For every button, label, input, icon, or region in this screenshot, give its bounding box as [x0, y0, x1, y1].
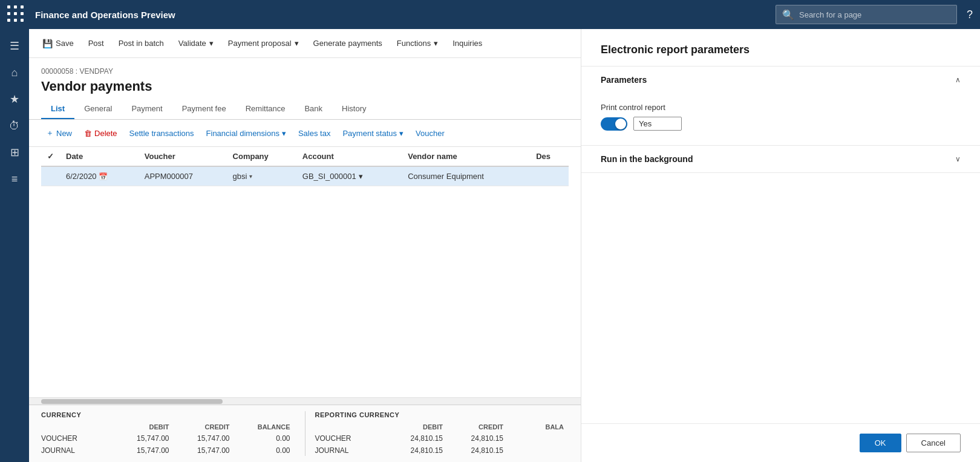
rep-journal-bala [508, 445, 569, 456]
col-vendor-name: Vendor name [402, 147, 530, 166]
sidebar-item-favorites[interactable]: ★ [2, 87, 27, 111]
payment-proposal-dropdown-icon: ▾ [295, 39, 299, 48]
col-check: ✓ [41, 147, 60, 166]
tab-payment[interactable]: Payment [122, 99, 172, 119]
search-bar[interactable]: 🔍 [776, 5, 957, 24]
run-background-title: Run in the background [601, 154, 693, 164]
panel-footer: OK Cancel [581, 423, 980, 462]
delete-button[interactable]: 🗑 Delete [79, 126, 122, 141]
print-control-toggle[interactable] [601, 117, 627, 131]
payment-status-dropdown-icon: ▾ [399, 129, 403, 138]
top-navigation: Finance and Operations Preview 🔍 ? [0, 0, 980, 29]
parameters-section-header[interactable]: Parameters ∧ [581, 67, 980, 93]
col-date: Date [60, 147, 139, 166]
col-company: Company [227, 147, 296, 166]
reporting-currency-section: REPORTING CURRENCY DEBIT CREDIT BALA VOU… [315, 411, 569, 456]
voucher-button[interactable]: Voucher [411, 126, 449, 141]
sidebar: ☰ ⌂ ★ ⏱ ⊞ ≡ [0, 29, 29, 462]
post-in-batch-button[interactable]: Post in batch [113, 35, 170, 51]
rep-credit-header: CREDIT [448, 422, 508, 432]
plus-icon: ＋ [46, 128, 54, 138]
validate-button[interactable]: Validate ▾ [172, 35, 220, 51]
toggle-row [601, 117, 961, 131]
sidebar-item-recent[interactable]: ⏱ [2, 114, 27, 138]
breadcrumb: 00000058 : VENDPAY [29, 58, 581, 79]
functions-button[interactable]: Functions ▾ [391, 35, 444, 51]
calendar-icon[interactable]: 📅 [99, 172, 108, 181]
help-icon[interactable]: ? [967, 8, 973, 21]
col-account: Account [296, 147, 402, 166]
sidebar-item-workspaces[interactable]: ⊞ [2, 140, 27, 164]
sales-tax-button[interactable]: Sales tax [293, 126, 335, 141]
row-account: GB_SI_000001 ▾ [296, 166, 402, 186]
inquiries-button[interactable]: Inquiries [446, 35, 488, 51]
payment-status-button[interactable]: Payment status ▾ [338, 126, 408, 141]
company-dropdown-icon[interactable]: ▾ [249, 173, 252, 180]
parameters-chevron-icon: ∧ [955, 76, 961, 84]
account-dropdown-icon[interactable]: ▾ [359, 172, 363, 181]
parameters-section-title: Parameters [601, 75, 647, 85]
summary-divider [305, 411, 305, 456]
generate-payments-button[interactable]: Generate payments [307, 35, 388, 51]
new-button[interactable]: ＋ New [41, 125, 77, 142]
row-description [530, 166, 569, 186]
save-icon: 💾 [42, 39, 53, 48]
sum-empty-header [41, 422, 114, 432]
right-panel: Electronic report parameters Parameters … [581, 29, 980, 462]
sidebar-item-modules[interactable]: ≡ [2, 167, 27, 191]
ok-button[interactable]: OK [860, 434, 901, 452]
search-input[interactable] [799, 10, 950, 19]
print-control-value-input[interactable] [633, 117, 682, 131]
app-title: Finance and Operations Preview [35, 10, 766, 20]
sum-debit-header: DEBIT [114, 422, 174, 432]
reporting-section-title: REPORTING CURRENCY [315, 411, 569, 418]
tab-payment-fee[interactable]: Payment fee [172, 99, 236, 119]
toggle-thumb [615, 119, 626, 129]
rep-journal-credit: 24,810.15 [448, 445, 508, 456]
post-button[interactable]: Post [82, 35, 110, 51]
horizontal-scrollbar[interactable] [29, 397, 581, 405]
table-toolbar: ＋ New 🗑 Delete Settle transactions Finan… [29, 120, 581, 147]
settle-transactions-button[interactable]: Settle transactions [125, 126, 199, 141]
tab-history[interactable]: History [332, 99, 376, 119]
row-voucher: APPM000007 [139, 166, 227, 186]
col-voucher: Voucher [139, 147, 227, 166]
parameters-section-body: Print control report [581, 93, 980, 145]
rep-voucher-credit: 24,810.15 [448, 433, 508, 444]
row-check[interactable] [41, 166, 60, 186]
run-background-header[interactable]: Run in the background ∨ [581, 146, 980, 172]
sum-voucher-debit: 15,747.00 [114, 433, 174, 444]
run-background-section: Run in the background ∨ [581, 146, 980, 173]
rep-empty-header [315, 422, 388, 432]
tab-bank[interactable]: Bank [295, 99, 332, 119]
scrollbar-thumb[interactable] [41, 399, 223, 404]
page-content: 00000058 : VENDPAY Vendor payments List … [29, 58, 581, 462]
table-row[interactable]: 6/2/2020 📅 APPM000007 gbsi ▾ [41, 166, 569, 186]
sidebar-item-menu[interactable]: ☰ [2, 34, 27, 58]
tab-remittance[interactable]: Remittance [236, 99, 295, 119]
delete-icon: 🗑 [84, 129, 92, 138]
sidebar-item-home[interactable]: ⌂ [2, 60, 27, 85]
sum-voucher-credit: 15,747.00 [174, 433, 235, 444]
data-table-wrap: ✓ Date Voucher Company Account Vendor na… [29, 147, 581, 397]
search-icon: 🔍 [782, 9, 794, 21]
tab-general[interactable]: General [74, 99, 122, 119]
rep-voucher-debit: 24,810.15 [387, 433, 448, 444]
print-control-field: Print control report [601, 103, 961, 131]
rep-voucher-label: VOUCHER [315, 433, 388, 444]
payment-proposal-button[interactable]: Payment proposal ▾ [222, 35, 305, 51]
tab-list[interactable]: List [41, 99, 74, 119]
app-grid-icon[interactable] [7, 5, 25, 24]
rep-bala-header: BALA [508, 422, 569, 432]
rep-debit-header: DEBIT [387, 422, 448, 432]
rep-voucher-bala [508, 433, 569, 444]
row-date: 6/2/2020 📅 [60, 166, 139, 186]
sum-credit-header: CREDIT [174, 422, 235, 432]
cancel-button[interactable]: Cancel [906, 434, 961, 452]
sum-voucher-label: VOUCHER [41, 433, 114, 444]
currency-section-title: CURRENCY [41, 411, 295, 418]
main-toolbar: 💾 Save Post Post in batch Validate ▾ Pay… [29, 29, 581, 58]
financial-dimensions-button[interactable]: Financial dimensions ▾ [201, 126, 291, 141]
page-title: Vendor payments [29, 79, 581, 99]
save-button[interactable]: 💾 Save [36, 35, 80, 52]
